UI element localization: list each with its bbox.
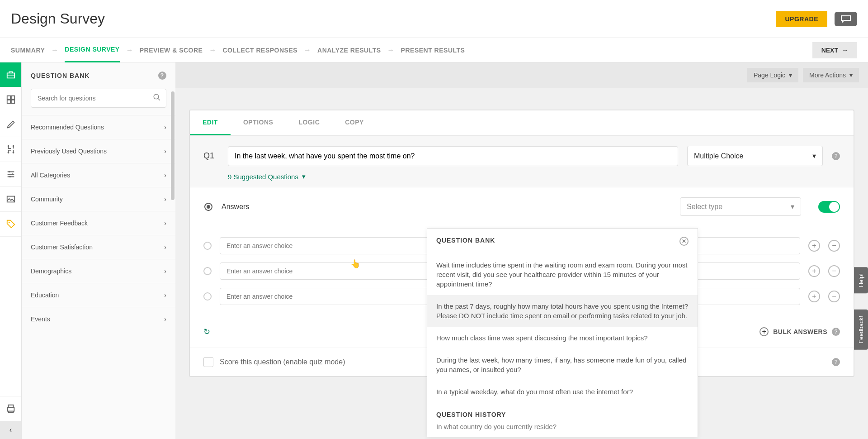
remove-answer-button[interactable]: − bbox=[828, 265, 840, 277]
tag-icon bbox=[6, 219, 16, 229]
sidebar-item-education[interactable]: Education› bbox=[22, 283, 175, 307]
answer-type-select[interactable]: Select type ▾ bbox=[680, 197, 801, 216]
tab-logic[interactable]: LOGIC bbox=[286, 110, 332, 135]
select-type-label: Select type bbox=[687, 203, 722, 211]
sidebar-item-events[interactable]: Events› bbox=[22, 307, 175, 331]
rail-build[interactable] bbox=[0, 87, 21, 112]
next-label: NEXT bbox=[821, 47, 838, 54]
chevron-right-icon: › bbox=[164, 148, 166, 155]
sidebar-item-label: Recommended Questions bbox=[31, 124, 104, 131]
sidebar-item-community[interactable]: Community› bbox=[22, 187, 175, 211]
add-answer-button[interactable]: + bbox=[808, 291, 820, 302]
suggestion-item[interactable]: During the last week, how many times, if… bbox=[427, 349, 698, 381]
chevron-right-icon: → bbox=[126, 46, 133, 54]
add-answer-button[interactable]: + bbox=[808, 240, 820, 252]
suggested-questions-toggle[interactable]: 9 Suggested Questions ▾ bbox=[190, 166, 854, 187]
score-label: Score this question (enable quiz mode) bbox=[220, 358, 345, 366]
feedback-side-tab[interactable]: Feedback! bbox=[854, 310, 868, 350]
sidebar-item-customer-feedback[interactable]: Customer Feedback› bbox=[22, 211, 175, 235]
svg-point-2 bbox=[7, 152, 9, 154]
breadcrumb-collect-responses[interactable]: COLLECT RESPONSES bbox=[222, 38, 297, 62]
tab-edit[interactable]: EDIT bbox=[190, 110, 231, 135]
plus-circle-icon[interactable]: + bbox=[760, 327, 769, 336]
chevron-right-icon: › bbox=[164, 315, 166, 323]
score-checkbox[interactable] bbox=[203, 357, 213, 367]
chevron-down-icon: ▾ bbox=[791, 202, 794, 211]
chevron-right-icon: › bbox=[164, 172, 166, 179]
rail-print[interactable] bbox=[0, 396, 21, 421]
question-id: Q1 bbox=[203, 151, 219, 161]
suggestion-item[interactable]: Wait time includes time spent in the wai… bbox=[427, 254, 698, 295]
answers-label: Answers bbox=[222, 203, 249, 211]
help-icon[interactable]: ? bbox=[832, 328, 840, 336]
rail-question-bank[interactable] bbox=[0, 62, 21, 87]
sidebar-item-demographics[interactable]: Demographics› bbox=[22, 259, 175, 283]
breadcrumb-summary[interactable]: SUMMARY bbox=[11, 38, 45, 62]
radio-icon bbox=[203, 292, 212, 301]
grid-icon bbox=[6, 95, 16, 105]
sidebar-item-label: Customer Feedback bbox=[31, 220, 88, 227]
popover-title: QUESTION BANK bbox=[436, 237, 495, 246]
breadcrumb-design-survey[interactable]: DESIGN SURVEY bbox=[65, 38, 119, 62]
sidebar-scrollbar[interactable] bbox=[171, 91, 175, 200]
help-side-tab[interactable]: Help! bbox=[854, 267, 868, 293]
chevron-right-icon: › bbox=[164, 196, 166, 203]
sidebar-item-all-categories[interactable]: All Categories› bbox=[22, 163, 175, 187]
arrow-right-icon: → bbox=[842, 47, 848, 54]
search-icon bbox=[153, 93, 161, 103]
suggested-label: 9 Suggested Questions bbox=[228, 173, 298, 181]
breadcrumb-analyze-results[interactable]: ANALYZE RESULTS bbox=[317, 38, 381, 62]
chevron-right-icon: → bbox=[209, 46, 216, 54]
search-input[interactable] bbox=[31, 89, 166, 108]
sidebar-item-customer-satisfaction[interactable]: Customer Satisfaction› bbox=[22, 235, 175, 259]
rail-logic[interactable] bbox=[0, 137, 21, 162]
sidebar-title: QUESTION BANK bbox=[31, 72, 90, 79]
page-logic-dropdown[interactable]: Page Logic ▾ bbox=[747, 68, 798, 82]
chevron-right-icon: › bbox=[164, 291, 166, 299]
chevron-left-icon: ‹ bbox=[9, 426, 12, 434]
rail-appearance[interactable] bbox=[0, 112, 21, 137]
radio-icon bbox=[203, 242, 212, 250]
svg-point-1 bbox=[12, 145, 14, 147]
help-icon[interactable]: ? bbox=[158, 72, 166, 80]
history-item[interactable]: In what country do you currently reside? bbox=[427, 423, 698, 437]
cycle-icon[interactable]: ↻ bbox=[203, 327, 210, 337]
sidebar-item-recommended-questions[interactable]: Recommended Questions› bbox=[22, 115, 175, 139]
upgrade-button[interactable]: UPGRADE bbox=[776, 11, 827, 27]
rail-tags[interactable] bbox=[0, 212, 21, 237]
suggestion-item[interactable]: In the past 7 days, roughly how many tot… bbox=[427, 295, 698, 327]
chevron-right-icon: → bbox=[304, 46, 311, 54]
rail-collapse[interactable]: ‹ bbox=[0, 421, 21, 439]
chevron-down-icon: ▾ bbox=[302, 172, 306, 181]
suggestion-item[interactable]: In a typical weekday, what do you most o… bbox=[427, 381, 698, 403]
question-type-select[interactable]: Multiple Choice ▾ bbox=[687, 146, 823, 166]
answers-toggle[interactable] bbox=[818, 201, 840, 213]
sidebar-item-label: Events bbox=[31, 315, 50, 323]
help-icon[interactable]: ? bbox=[832, 152, 840, 160]
sidebar-item-previously-used-questions[interactable]: Previously Used Questions› bbox=[22, 139, 175, 163]
sidebar-item-label: Education bbox=[31, 291, 59, 299]
sidebar-item-label: Previously Used Questions bbox=[31, 148, 107, 155]
add-answer-button[interactable]: + bbox=[808, 265, 820, 277]
rail-options[interactable] bbox=[0, 162, 21, 187]
chat-button[interactable] bbox=[835, 12, 857, 26]
bulk-answers-button[interactable]: BULK ANSWERS bbox=[773, 328, 827, 335]
close-icon[interactable]: ✕ bbox=[679, 237, 689, 246]
chevron-down-icon: ▾ bbox=[849, 72, 853, 79]
next-button[interactable]: NEXT → bbox=[812, 42, 857, 58]
rail-preview[interactable] bbox=[0, 187, 21, 212]
help-icon[interactable]: ? bbox=[832, 358, 840, 366]
remove-answer-button[interactable]: − bbox=[828, 240, 840, 252]
breadcrumb-preview-score[interactable]: PREVIEW & SCORE bbox=[140, 38, 203, 62]
pencil-icon bbox=[6, 119, 16, 129]
history-title: QUESTION HISTORY bbox=[427, 403, 698, 423]
tab-copy[interactable]: COPY bbox=[332, 110, 377, 135]
breadcrumb-present-results[interactable]: PRESENT RESULTS bbox=[401, 38, 465, 62]
suggestion-item[interactable]: How much class time was spent discussing… bbox=[427, 327, 698, 349]
question-text-input[interactable] bbox=[228, 146, 678, 166]
tab-options[interactable]: OPTIONS bbox=[231, 110, 286, 135]
chevron-right-icon: › bbox=[164, 220, 166, 227]
more-actions-dropdown[interactable]: More Actions ▾ bbox=[803, 68, 859, 82]
remove-answer-button[interactable]: − bbox=[828, 291, 840, 302]
sliders-icon bbox=[6, 169, 16, 179]
